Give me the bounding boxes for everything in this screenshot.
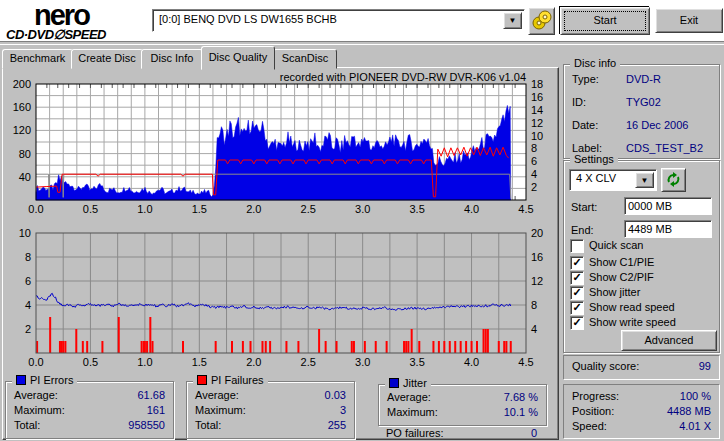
jitter-title: Jitter	[403, 377, 427, 389]
start-position-input[interactable]	[624, 197, 712, 215]
stat-label: Average:	[387, 391, 431, 403]
checkbox-label: Show read speed	[589, 301, 675, 313]
tab-disc-quality[interactable]: Disc Quality	[201, 46, 275, 70]
quality-score-box: Quality score: 99	[563, 355, 720, 380]
svg-text:4.0: 4.0	[464, 203, 479, 215]
svg-text:4.5: 4.5	[518, 356, 533, 368]
checkbox-row-show-c2-pif[interactable]: ✓Show C2/PIF	[564, 271, 719, 285]
svg-text:3.5: 3.5	[409, 203, 424, 215]
stat-value: 61.68	[137, 389, 165, 401]
checkbox-label: Show jitter	[589, 286, 640, 298]
position-label: Position:	[572, 405, 614, 417]
speed-label: Speed:	[572, 420, 607, 432]
svg-text:1.0: 1.0	[137, 356, 152, 368]
disc-info-label: Date:	[572, 119, 598, 131]
svg-text:2.0: 2.0	[246, 203, 261, 215]
toolbar-separator	[0, 41, 724, 45]
disc-date-value: 16 Dec 2006	[626, 119, 688, 131]
stat-value: 161	[147, 404, 165, 416]
toolbar: nero CD·DVD∅SPEED [0:0] BENQ DVD LS DW16…	[0, 0, 724, 41]
start-position-label: Start:	[571, 201, 597, 213]
focus-rect	[564, 11, 646, 31]
stat-label: Maximum:	[195, 404, 246, 416]
progress-box: Progress:100 % Position:4488 MB Speed:4.…	[563, 384, 720, 439]
exit-button-label: Exit	[680, 14, 698, 26]
jitter-legend-icon	[389, 378, 399, 388]
disc-quality-charts: 4080120160200246810121416180.00.51.01.52…	[2, 70, 558, 382]
svg-text:8: 8	[531, 299, 537, 311]
advanced-button-label: Advanced	[645, 334, 694, 346]
show-c2-pif-checkbox[interactable]: ✓	[570, 271, 584, 285]
progress-label: Progress:	[572, 390, 619, 402]
show-write-speed-checkbox[interactable]: ✓	[570, 316, 584, 330]
refresh-button[interactable]	[661, 168, 686, 192]
svg-text:16: 16	[531, 91, 543, 103]
pi-failures-box: PI Failures Average:0.03 Maximum:3 Total…	[186, 381, 355, 439]
disc-info-title: Disc info	[570, 57, 620, 69]
svg-text:3.0: 3.0	[355, 356, 370, 368]
svg-text:3.0: 3.0	[355, 203, 370, 215]
toolkit-button[interactable]	[528, 7, 555, 35]
svg-text:1.5: 1.5	[192, 203, 207, 215]
svg-text:16: 16	[531, 251, 543, 263]
checkbox-label: Show write speed	[589, 316, 676, 328]
start-button[interactable]: Start	[559, 6, 649, 34]
svg-text:80: 80	[19, 148, 31, 160]
svg-text:0.5: 0.5	[83, 356, 98, 368]
stat-value: 958550	[128, 419, 165, 431]
show-jitter-checkbox[interactable]: ✓	[570, 286, 584, 300]
tab-scandisc[interactable]: ScanDisc	[273, 49, 337, 69]
advanced-button[interactable]: Advanced	[621, 330, 717, 351]
disc-info-label: Type:	[572, 73, 599, 85]
tab-create-disc[interactable]: Create Disc	[71, 49, 143, 69]
jitter-box: Jitter Average:7.68 % Maximum:10.1 %	[378, 384, 547, 426]
po-failures-value: 0	[531, 427, 537, 439]
svg-text:160: 160	[13, 101, 31, 113]
stat-label: Maximum:	[14, 404, 65, 416]
svg-text:20: 20	[531, 227, 543, 239]
speed-value: 4.01 X	[679, 420, 711, 432]
stat-label: Average:	[195, 389, 239, 401]
checkbox-row-show-c1-pie[interactable]: ✓Show C1/PIE	[564, 256, 719, 270]
disc-label-value: CDS_TEST_B2	[626, 142, 703, 154]
checkbox-label: Show C2/PIF	[589, 271, 654, 283]
chevron-down-icon[interactable]: ▼	[503, 12, 522, 29]
end-position-label: End:	[571, 224, 594, 236]
end-position-input[interactable]	[624, 220, 712, 238]
stat-label: Average:	[14, 389, 58, 401]
show-c1-pie-checkbox[interactable]: ✓	[570, 256, 584, 270]
svg-text:2: 2	[531, 181, 537, 193]
checkbox-row-quick-scan[interactable]: Quick scan	[564, 239, 719, 253]
nero-logo-text: nero	[34, 1, 89, 29]
disc-info-box: Disc info Type:DVD-R ID:TYG02 Date:16 De…	[563, 64, 720, 159]
svg-text:2: 2	[25, 323, 31, 335]
svg-text:40: 40	[19, 171, 31, 183]
stat-label: Total:	[14, 419, 40, 431]
scan-speed-select[interactable]: 4 X CLV ▼	[569, 169, 657, 191]
po-failures-label: PO failures:	[386, 427, 443, 439]
svg-text:6: 6	[531, 155, 537, 167]
svg-text:0.0: 0.0	[28, 356, 43, 368]
svg-text:0.0: 0.0	[28, 203, 43, 215]
drive-select[interactable]: [0:0] BENQ DVD LS DW1655 BCHB ▼	[152, 9, 525, 32]
svg-text:4: 4	[25, 299, 31, 311]
refresh-icon	[666, 172, 681, 187]
quick-scan-checkbox[interactable]	[570, 239, 584, 253]
svg-text:1.5: 1.5	[192, 356, 207, 368]
svg-text:120: 120	[13, 124, 31, 136]
svg-text:6: 6	[25, 275, 31, 287]
show-read-speed-checkbox[interactable]: ✓	[570, 301, 584, 315]
svg-text:4.0: 4.0	[464, 356, 479, 368]
settings-title: Settings	[570, 153, 618, 165]
svg-text:2.0: 2.0	[246, 356, 261, 368]
checkbox-row-show-write-speed[interactable]: ✓Show write speed	[564, 316, 719, 330]
checkbox-row-show-jitter[interactable]: ✓Show jitter	[564, 286, 719, 300]
progress-value: 100 %	[680, 390, 711, 402]
tab-disc-info[interactable]: Disc Info	[141, 49, 203, 69]
chevron-down-icon[interactable]: ▼	[635, 172, 654, 188]
quality-score-label: Quality score:	[572, 360, 639, 372]
exit-button[interactable]: Exit	[655, 8, 723, 33]
disc-type-value: DVD-R	[626, 73, 661, 85]
tab-benchmark[interactable]: Benchmark	[2, 49, 73, 69]
checkbox-row-show-read-speed[interactable]: ✓Show read speed	[564, 301, 719, 315]
